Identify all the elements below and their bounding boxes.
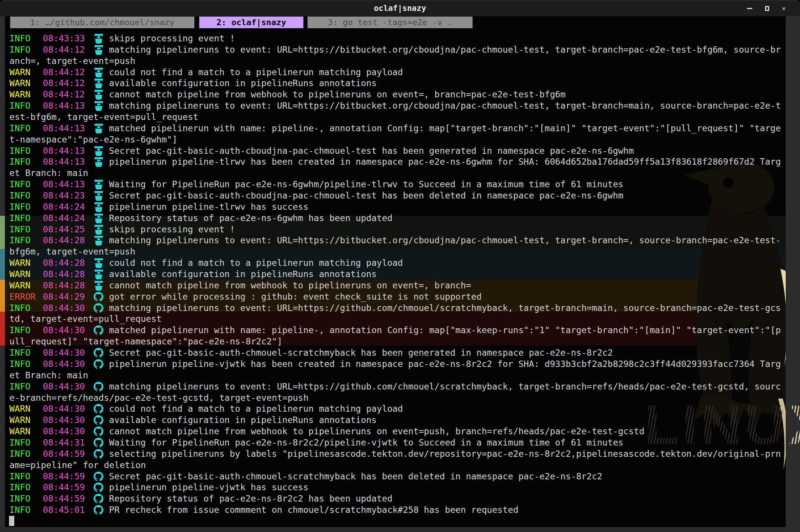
log-row: INFO08:44:13matching pipelineruns to eve… bbox=[5, 100, 786, 111]
log-row-continuation: et Branch: main bbox=[5, 167, 786, 179]
github-icon bbox=[94, 325, 105, 335]
log-row: INFO08:44:30matching pipelineruns to eve… bbox=[5, 302, 786, 314]
log-row-continuation: bfg6m, target-event=push bbox=[5, 246, 786, 257]
minimize-button[interactable] bbox=[747, 8, 752, 9]
github-icon bbox=[94, 292, 105, 302]
log-level: WARN bbox=[9, 268, 30, 280]
log-row: INFO08:44:12matching pipelineruns to eve… bbox=[5, 44, 786, 55]
log-timestamp: 08:44:12 bbox=[43, 44, 85, 55]
log-timestamp: 08:44:30 bbox=[43, 414, 85, 426]
log-level: INFO bbox=[9, 471, 30, 482]
log-message: available configuration in pipelineRuns … bbox=[109, 268, 377, 280]
log-level: INFO bbox=[9, 190, 30, 201]
log-timestamp: 08:44:30 bbox=[43, 302, 85, 314]
bitbucket-icon bbox=[94, 157, 105, 167]
log-message: ull_request]" "target-namespace":"pac-e2… bbox=[9, 336, 282, 347]
github-icon bbox=[94, 449, 105, 459]
bitbucket-icon bbox=[94, 89, 105, 100]
log-level: INFO bbox=[9, 179, 30, 190]
bitbucket-icon bbox=[94, 78, 105, 88]
github-icon bbox=[94, 303, 105, 313]
log-message: skips processing event ! bbox=[109, 33, 235, 44]
log-timestamp: 08:44:12 bbox=[43, 89, 85, 100]
github-icon bbox=[94, 404, 105, 414]
log-level: INFO bbox=[9, 358, 30, 370]
log-level: ERROR bbox=[9, 291, 36, 302]
log-level: WARN bbox=[9, 403, 30, 414]
tab-1-snazy-dir[interactable]: 1: …/github.com/chmouel/snazy bbox=[10, 17, 194, 28]
log-level: INFO bbox=[9, 235, 30, 246]
log-timestamp: 08:44:28 bbox=[43, 268, 85, 280]
log-level: INFO bbox=[9, 482, 30, 493]
log-message: available configuration in pipelineRuns … bbox=[109, 414, 377, 426]
log-timestamp: 08:44:24 bbox=[43, 201, 85, 212]
log-timestamp: 08:44:59 bbox=[43, 448, 85, 459]
bitbucket-icon bbox=[94, 213, 105, 223]
log-level: INFO bbox=[9, 156, 30, 167]
log-timestamp: 08:44:13 bbox=[43, 156, 85, 167]
tab-2-oclaf-snazy[interactable]: 2: oclaf|snazy bbox=[199, 17, 303, 28]
bitbucket-icon bbox=[94, 123, 105, 133]
terminal-window: LINUX oclaf|snazy ✕ 1: …/github.com/chmo… bbox=[0, 0, 800, 532]
tab-3-go-test[interactable]: 3: go test -tags=e2e -v . bbox=[308, 17, 473, 28]
log-message: et Branch: main bbox=[9, 167, 88, 179]
log-level: INFO bbox=[9, 224, 30, 235]
log-timestamp: 08:44:30 bbox=[43, 381, 85, 392]
log-message: matched pipelinerun with name: pipeline-… bbox=[109, 324, 781, 336]
log-row: WARN08:44:28could not find a match to a … bbox=[5, 257, 786, 268]
log-timestamp: 08:44:59 bbox=[43, 471, 85, 482]
log-level: INFO bbox=[9, 33, 30, 44]
log-message: matching pipelineruns to event: URL=http… bbox=[109, 100, 781, 111]
stripe-orange bbox=[0, 280, 5, 312]
log-level: INFO bbox=[9, 347, 30, 358]
bitbucket-icon bbox=[94, 179, 105, 189]
stripe-red bbox=[0, 312, 5, 346]
log-message: e-branch=refs/heads/pac-e2e-test-gcstd, … bbox=[9, 392, 309, 403]
log-message: matched pipelinerun with name: pipeline-… bbox=[109, 123, 781, 134]
log-row: INFO08:44:30matched pipelinerun with nam… bbox=[5, 324, 786, 336]
log-message: Secret pac-git-basic-auth-cboudjna-pac-c… bbox=[109, 145, 634, 156]
log-message: Repository status of pac-e2e-ns-6gwhm ha… bbox=[109, 212, 392, 224]
log-timestamp: 08:44:30 bbox=[43, 358, 85, 370]
log-message: got error while processing : github: eve… bbox=[109, 291, 482, 302]
maximize-button[interactable] bbox=[765, 6, 769, 11]
log-timestamp: 08:44:13 bbox=[43, 123, 85, 134]
log-timestamp: 08:44:30 bbox=[43, 426, 85, 437]
log-timestamp: 08:44:13 bbox=[43, 145, 85, 156]
log-level: INFO bbox=[9, 44, 30, 55]
log-row: INFO08:45:01PR recheck from issue commme… bbox=[5, 504, 786, 515]
log-timestamp: 08:44:28 bbox=[43, 235, 85, 246]
window-title: oclaf|snazy bbox=[0, 0, 800, 16]
log-message: t-namespace":"pac-e2e-ns-6gwhm"] bbox=[9, 134, 177, 145]
title-bar[interactable]: oclaf|snazy ✕ bbox=[0, 0, 800, 16]
github-icon bbox=[94, 494, 105, 504]
log-message: cannot match pipeline from webhook to pi… bbox=[109, 426, 644, 437]
log-row: INFO08:44:13matched pipelinerun with nam… bbox=[5, 123, 786, 134]
log-message: matching pipelineruns to event: URL=http… bbox=[109, 44, 781, 55]
log-timestamp: 08:44:25 bbox=[43, 224, 85, 235]
log-row: INFO08:44:13Secret pac-git-basic-auth-cb… bbox=[5, 145, 786, 156]
log-timestamp: 08:44:24 bbox=[43, 212, 85, 224]
log-timestamp: 08:44:31 bbox=[43, 437, 85, 448]
log-timestamp: 08:44:59 bbox=[43, 482, 85, 493]
log-row: INFO08:44:59Repository status of pac-e2e… bbox=[5, 493, 786, 504]
log-message: PR recheck from issue commment on chmoue… bbox=[109, 504, 518, 515]
log-row: WARN08:44:12cannot match pipeline from w… bbox=[5, 89, 786, 100]
log-message: Repository status of pac-e2e-ns-8r2c2 ha… bbox=[109, 493, 392, 504]
log-message: could not find a match to a pipelinerun … bbox=[109, 257, 403, 268]
log-row: INFO08:44:28matching pipelineruns to eve… bbox=[5, 235, 786, 246]
log-message: matching pipelineruns to event: URL=http… bbox=[109, 381, 781, 392]
log-row-continuation: t-namespace":"pac-e2e-ns-6gwhm"] bbox=[5, 134, 786, 145]
close-button[interactable]: ✕ bbox=[782, 5, 786, 12]
log-level: INFO bbox=[9, 100, 30, 111]
log-level: WARN bbox=[9, 77, 30, 89]
log-message: available configuration in pipelineRuns … bbox=[109, 77, 377, 89]
log-level: WARN bbox=[9, 280, 30, 291]
bitbucket-icon bbox=[94, 191, 105, 201]
log-timestamp: 08:45:01 bbox=[43, 504, 85, 515]
log-level: INFO bbox=[9, 324, 30, 336]
log-row: INFO08:44:30pipelinerun pipeline-vjwtk h… bbox=[5, 358, 786, 370]
bitbucket-icon bbox=[94, 269, 105, 279]
github-icon bbox=[94, 471, 105, 482]
log-row: INFO08:44:23Secret pac-git-basic-auth-cb… bbox=[5, 190, 786, 201]
